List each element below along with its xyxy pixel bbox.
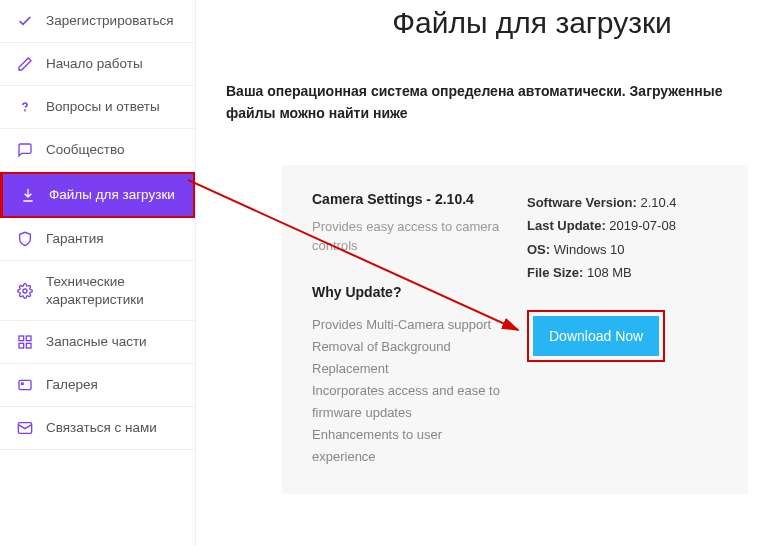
spec-update: Last Update: 2019-07-08 (527, 214, 718, 237)
nav-register[interactable]: Зарегистрироваться (0, 0, 195, 43)
mail-icon (16, 419, 34, 437)
download-icon (19, 186, 37, 204)
svg-rect-3 (26, 336, 31, 341)
shield-icon (16, 230, 34, 248)
chat-icon (16, 141, 34, 159)
svg-rect-4 (19, 343, 24, 348)
sidebar: Зарегистрироваться Начало работы Вопросы… (0, 0, 196, 546)
spec-version: Software Version: 2.10.4 (527, 191, 718, 214)
nav-label: Запасные части (46, 333, 147, 351)
nav-label: Начало работы (46, 55, 143, 73)
nav-label: Галерея (46, 376, 98, 394)
check-icon (16, 12, 34, 30)
nav-label: Гарантия (46, 230, 104, 248)
software-title: Camera Settings - 2.10.4 (312, 191, 503, 207)
spec-os: OS: Windows 10 (527, 238, 718, 261)
nav-warranty[interactable]: Гарантия (0, 218, 195, 261)
nav-getting-started[interactable]: Начало работы (0, 43, 195, 86)
download-card: Camera Settings - 2.10.4 Provides easy a… (282, 165, 748, 495)
svg-point-0 (25, 110, 26, 111)
image-icon (16, 376, 34, 394)
gear-icon (16, 282, 34, 300)
svg-point-7 (21, 383, 23, 385)
nav-label: Сообщество (46, 141, 124, 159)
why-update-body: Provides Multi-Camera support Removal of… (312, 314, 503, 469)
main-content: Файлы для загрузки Ваша операционная сис… (196, 0, 768, 546)
os-notice: Ваша операционная система определена авт… (226, 80, 748, 125)
nav-label: Технические характеристики (46, 273, 179, 308)
nav-label: Зарегистрироваться (46, 12, 174, 30)
pencil-icon (16, 55, 34, 73)
nav-gallery[interactable]: Галерея (0, 364, 195, 407)
svg-rect-2 (19, 336, 24, 341)
nav-label: Вопросы и ответы (46, 98, 160, 116)
card-right: Software Version: 2.10.4 Last Update: 20… (527, 191, 718, 469)
nav-contact[interactable]: Связаться с нами (0, 407, 195, 450)
nav-community[interactable]: Сообщество (0, 129, 195, 172)
svg-rect-6 (19, 380, 31, 389)
nav-label: Файлы для загрузки (49, 186, 175, 204)
question-icon (16, 98, 34, 116)
software-desc: Provides easy access to camera controls (312, 217, 503, 256)
download-button[interactable]: Download Now (533, 316, 659, 356)
download-highlight: Download Now (527, 310, 665, 362)
nav-label: Связаться с нами (46, 419, 157, 437)
grid-icon (16, 333, 34, 351)
nav-parts[interactable]: Запасные части (0, 321, 195, 364)
page-title: Файлы для загрузки (316, 6, 748, 40)
nav-downloads[interactable]: Файлы для загрузки (0, 172, 195, 218)
nav-specs[interactable]: Технические характеристики (0, 261, 195, 321)
nav-faq[interactable]: Вопросы и ответы (0, 86, 195, 129)
svg-point-1 (23, 289, 27, 293)
card-left: Camera Settings - 2.10.4 Provides easy a… (312, 191, 503, 469)
spec-size: File Size: 108 MB (527, 261, 718, 284)
why-update-title: Why Update? (312, 284, 503, 300)
svg-rect-5 (26, 343, 31, 348)
